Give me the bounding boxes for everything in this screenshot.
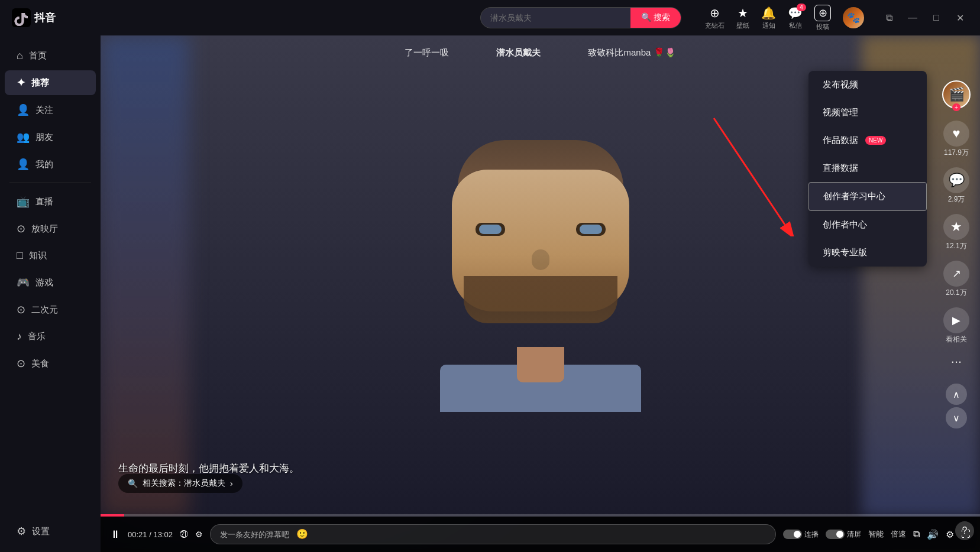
menu-publish-label: 发布视频	[823, 79, 858, 90]
nav-music[interactable]: ♪ 音乐	[5, 324, 96, 349]
logo-area[interactable]: 抖音	[12, 8, 56, 27]
favorite-count: 12.1万	[946, 241, 966, 251]
live-icon: 📺	[17, 195, 30, 208]
nav-friends[interactable]: 👥 朋友	[5, 125, 96, 150]
menu-jianying[interactable]: 剪映专业版	[808, 239, 927, 267]
play-pause-button[interactable]: ⏸	[110, 528, 121, 541]
action-notification[interactable]: 🔔 通知	[761, 6, 776, 30]
scroll-down-button[interactable]: ∨	[946, 407, 967, 428]
nav-food[interactable]: ⊙ 美食	[5, 351, 96, 376]
video-tag-1[interactable]: 潜水员戴夫	[496, 47, 541, 59]
danmaku-settings-btn[interactable]: ⚙	[195, 530, 203, 539]
volume-button[interactable]: 🔊	[927, 529, 939, 540]
star-nav-icon: ✦	[17, 76, 25, 89]
nav-home-label: 首页	[29, 50, 47, 61]
menu-center-label: 创作者中心	[823, 219, 867, 230]
video-tags: 了一呼一吸 潜水员戴夫 致敬科比manba 🌹🌷	[101, 47, 980, 59]
star-icon-circle: ★	[943, 214, 969, 240]
menu-video-manage[interactable]: 视频管理	[808, 99, 927, 126]
like-button[interactable]: ♥ 117.9万	[943, 121, 969, 158]
maximize-button[interactable]: □	[928, 9, 945, 26]
menu-publish-video[interactable]: 发布视频	[808, 71, 927, 99]
menu-creator-center[interactable]: 创作者中心	[808, 211, 927, 239]
nav-mine[interactable]: 👤 我的	[5, 152, 96, 177]
message-label: 私信	[789, 21, 802, 30]
qingping-toggle[interactable]: 清屏	[826, 530, 861, 540]
related-button[interactable]: ▶ 看相关	[943, 307, 969, 345]
topbar-actions: ⊕ 充钻石 ★ 壁纸 🔔 通知 💬 4 私信 ⊕ 投稿 🐾	[705, 5, 864, 31]
user-avatar[interactable]: 🐾	[843, 7, 864, 28]
nav-recommend[interactable]: ✦ 推荐	[5, 70, 96, 95]
sidebar: ⌂ 首页 ✦ 推荐 👤 关注 👥 朋友 👤 我的 📺 直播 ⊙ 放映厅 □	[0, 35, 101, 552]
upload-button[interactable]: ⊕ 投稿	[814, 5, 831, 31]
upload-label: 投稿	[816, 22, 829, 31]
zhineng-button[interactable]: 智能	[868, 529, 884, 540]
related-search-text: 相关搜索：潜水员戴夫	[143, 478, 225, 489]
main-layout: ⌂ 首页 ✦ 推荐 👤 关注 👥 朋友 👤 我的 📺 直播 ⊙ 放映厅 □	[0, 35, 980, 552]
music-icon: ♪	[17, 330, 22, 343]
video-tag-2[interactable]: 致敬科比manba 🌹🌷	[588, 47, 675, 59]
qingping-label: 清屏	[847, 530, 861, 540]
help-button[interactable]: ?	[955, 521, 974, 540]
comment-button[interactable]: 💬 2.9万	[943, 167, 969, 204]
pip-button[interactable]: ⧉	[881, 9, 897, 26]
creator-avatar[interactable]: 🎬 +	[942, 80, 971, 109]
more-icon: ···	[951, 354, 962, 369]
like-count: 117.9万	[944, 148, 969, 158]
nav-games[interactable]: 🎮 游戏	[5, 270, 96, 295]
qingping-switch[interactable]	[826, 530, 845, 539]
lianbo-toggle[interactable]: 连播	[783, 530, 819, 540]
nav-live[interactable]: 📺 直播	[5, 189, 96, 214]
search-input[interactable]	[481, 8, 630, 27]
nav-settings[interactable]: ⚙ 设置	[5, 519, 96, 544]
nav-knowledge[interactable]: □ 知识	[5, 243, 96, 268]
pip-video-btn[interactable]: ⧉	[913, 529, 920, 540]
comment-icon-circle: 💬	[943, 167, 969, 193]
favorite-button[interactable]: ★ 12.1万	[943, 214, 969, 251]
menu-manage-label: 视频管理	[823, 107, 858, 118]
nav-anime[interactable]: ⊙ 二次元	[5, 297, 96, 322]
right-action-panel: 🎬 + ♥ 117.9万 💬 2.9万 ★ 12.1万 ↗ 20.1万 ▶ 看	[933, 71, 980, 552]
danmaku-placeholder: 发一条友好的弹幕吧	[220, 530, 289, 539]
menu-creator-learn[interactable]: 创作者学习中心	[808, 182, 927, 211]
share-button[interactable]: ↗ 20.1万	[943, 261, 969, 298]
related-icon-circle: ▶	[943, 307, 969, 333]
nav-settings-label: 设置	[32, 526, 50, 537]
search-button[interactable]: 🔍 🔍 搜索搜索	[630, 8, 681, 28]
settings-video-btn[interactable]: ⚙	[946, 529, 954, 540]
related-search-bar[interactable]: 🔍 相关搜索：潜水员戴夫 ›	[118, 474, 242, 493]
action-message[interactable]: 💬 4 私信	[788, 6, 803, 30]
subtitle-text: 生命的最后时刻，他拥抱着爱人和大海。	[118, 463, 299, 474]
notification-label: 通知	[762, 21, 775, 30]
food-icon: ⊙	[17, 357, 25, 370]
wallpaper-label: 壁纸	[736, 21, 749, 30]
topbar: 抖音 🔍 🔍 搜索搜索 ⊕ 充钻石 ★ 壁纸 🔔 通知 💬 4 私信 ⊕ 投稿 …	[0, 0, 980, 35]
beisu-button[interactable]: 倍速	[891, 529, 906, 540]
nav-cinema[interactable]: ⊙ 放映厅	[5, 216, 96, 241]
nav-follow[interactable]: 👤 关注	[5, 98, 96, 122]
nav-mine-label: 我的	[35, 159, 53, 170]
nav-home[interactable]: ⌂ 首页	[5, 44, 96, 68]
settings-icon: ⚙	[17, 525, 26, 538]
video-controls: ⏸ 00:21 / 13:02 ㉑ ⚙ 发一条友好的弹幕吧 🙂 连播	[101, 517, 980, 552]
close-button[interactable]: ✕	[952, 9, 968, 26]
dropdown-menu: 发布视频 视频管理 作品数据 NEW 直播数据 创作者学习中心 创作者中心 剪映…	[808, 71, 927, 267]
minimize-button[interactable]: —	[904, 9, 921, 26]
menu-work-data[interactable]: 作品数据 NEW	[808, 126, 927, 154]
upload-icon: ⊕	[814, 5, 831, 21]
video-tag-0[interactable]: 了一呼一吸	[405, 47, 449, 59]
games-icon: 🎮	[17, 276, 30, 289]
more-button[interactable]: ···	[951, 354, 962, 369]
action-wallpaper[interactable]: ★ 壁纸	[736, 6, 749, 30]
action-recharge[interactable]: ⊕ 充钻石	[705, 6, 725, 30]
follow-plus-badge: +	[952, 103, 960, 111]
search-icon-small: 🔍	[128, 479, 138, 488]
search-bar[interactable]: 🔍 🔍 搜索搜索	[480, 7, 681, 28]
danmaku-input[interactable]: 发一条友好的弹幕吧 🙂	[210, 524, 776, 544]
scroll-up-button[interactable]: ∧	[946, 384, 967, 405]
lianbo-switch[interactable]	[783, 530, 802, 539]
subtitle-btn[interactable]: ㉑	[180, 530, 188, 539]
window-controls: ⧉ — □ ✕	[881, 9, 968, 26]
menu-live-data[interactable]: 直播数据	[808, 154, 927, 182]
lianbo-label: 连播	[804, 530, 819, 540]
